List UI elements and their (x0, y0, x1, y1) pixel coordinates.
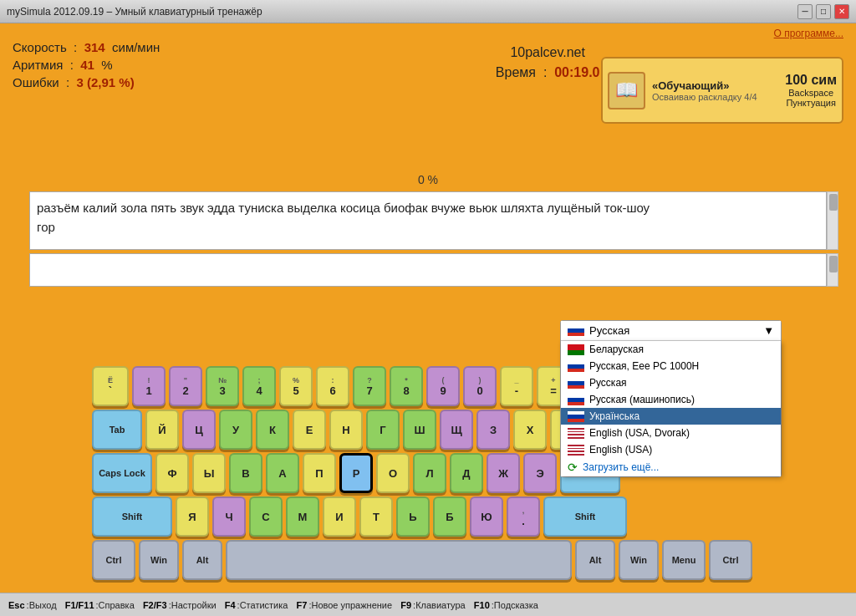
flag-by (568, 344, 584, 355)
errors-label: Ошибки (13, 75, 59, 89)
key-0[interactable]: )0 (463, 366, 497, 406)
key-o[interactable]: О (376, 453, 410, 493)
key-6[interactable]: :6 (316, 366, 349, 406)
lang-option-en[interactable]: English (USA) (561, 441, 781, 458)
key-win-right[interactable]: Win (619, 540, 659, 580)
key-l[interactable]: Л (413, 453, 446, 493)
key-ye[interactable]: Е (293, 410, 326, 450)
key-ya[interactable]: Я (176, 496, 209, 537)
main-area: О программе... Скорость : 314 сим/мин Ар… (0, 23, 856, 616)
key-9[interactable]: (9 (426, 366, 460, 406)
key-yo[interactable]: Ё` (92, 366, 129, 406)
input-area[interactable] (29, 253, 827, 287)
load-more-option[interactable]: ⟳ Загрузить ещё... (561, 458, 781, 476)
key-ts[interactable]: Ц (182, 410, 216, 450)
key-h[interactable]: Х (513, 410, 547, 450)
key-g[interactable]: Г (366, 410, 400, 450)
key-s[interactable]: С (249, 496, 283, 537)
key-shch[interactable]: Щ (440, 410, 473, 450)
key-r-active[interactable]: Р (339, 453, 373, 493)
key-n[interactable]: Н (329, 410, 363, 450)
lang-uk-label: Українська (589, 410, 639, 422)
status-key-f7: F7 (297, 600, 308, 610)
key-m[interactable]: М (286, 496, 319, 537)
lang-select-box[interactable]: Русская ▼ Беларуская Русская, Eee PC 100… (560, 320, 782, 477)
flag-en-dvorak (568, 428, 584, 439)
close-button[interactable]: ✕ (834, 4, 849, 19)
key-caps[interactable]: Caps Lock (92, 453, 152, 493)
lang-option-ru[interactable]: Русская (561, 374, 781, 391)
maximize-button[interactable]: □ (816, 4, 831, 19)
key-b[interactable]: Б (433, 496, 466, 537)
key-ch[interactable]: Ч (212, 496, 246, 537)
lang-option-by[interactable]: Беларуская (561, 341, 781, 358)
key-2[interactable]: "2 (169, 366, 202, 406)
key-shift-left[interactable]: Shift (92, 496, 172, 537)
key-v[interactable]: В (229, 453, 262, 493)
minimize-button[interactable]: ─ (797, 4, 813, 19)
key-t[interactable]: Т (359, 496, 393, 537)
key-3[interactable]: №3 (206, 366, 239, 406)
key-i[interactable]: И (323, 496, 356, 537)
status-desc-f4: :Статистика (237, 600, 288, 610)
key-7[interactable]: ?7 (353, 366, 386, 406)
input-scrollbar[interactable] (827, 253, 838, 287)
key-space[interactable] (226, 540, 572, 580)
key-a[interactable]: А (266, 453, 299, 493)
lang-option-ru-eee[interactable]: Русская, Eee PC 1000H (561, 358, 781, 374)
flag-ru-mash (568, 395, 584, 405)
arrhythmia-value: 41 (80, 58, 94, 72)
input-scrollbar-thumb[interactable] (829, 256, 838, 272)
key-win-left[interactable]: Win (139, 540, 179, 580)
key-dot[interactable]: ,. (507, 496, 540, 537)
input-area-container (21, 253, 835, 287)
selected-lang-label: Русская (589, 324, 629, 337)
speed-unit: сим/мин (112, 40, 160, 54)
arrhythmia-stat: Аритмия : 41 % (13, 58, 160, 72)
key-z[interactable]: З (476, 410, 510, 450)
key-d[interactable]: Д (450, 453, 483, 493)
status-desc-f7: :Новое упражнение (308, 600, 392, 610)
key-4[interactable]: ;4 (242, 366, 276, 406)
typing-input[interactable] (30, 254, 826, 286)
key-zh[interactable]: Ж (487, 453, 520, 493)
key-e[interactable]: Э (523, 453, 557, 493)
key-ctrl-right[interactable]: Ctrl (709, 540, 752, 580)
about-link[interactable]: О программе... (774, 28, 843, 39)
language-dropdown[interactable]: Русская ▼ Беларуская Русская, Eee PC 100… (560, 320, 782, 477)
key-minus[interactable]: _- (500, 366, 533, 406)
key-sh[interactable]: Ш (403, 410, 436, 450)
key-k[interactable]: К (256, 410, 289, 450)
key-menu[interactable]: Menu (662, 540, 706, 580)
key-5[interactable]: %5 (279, 366, 313, 406)
statusbar: Esc:Выход F1/F11:Справка F2/F3:Настройки… (0, 593, 856, 616)
key-u[interactable]: У (219, 410, 252, 450)
key-ctrl-left[interactable]: Ctrl (92, 540, 135, 580)
lang-option-ru-mash[interactable]: Русская (машинопись) (561, 391, 781, 408)
key-j[interactable]: Й (145, 410, 179, 450)
key-soft[interactable]: Ь (396, 496, 430, 537)
text-scrollbar[interactable] (827, 191, 838, 250)
key-y[interactable]: Ы (192, 453, 226, 493)
speed-stat: Скорость : 314 сим/мин (13, 40, 160, 54)
key-tab[interactable]: Tab (92, 410, 142, 450)
key-yu[interactable]: Ю (470, 496, 503, 537)
time-label: Время (496, 65, 536, 79)
key-1[interactable]: !1 (132, 366, 166, 406)
lang-selected[interactable]: Русская ▼ (561, 321, 781, 341)
training-sub: Осваиваю раскладку 4/4 (652, 92, 778, 102)
key-8[interactable]: *8 (390, 366, 423, 406)
keyboard-row-z: Shift Я Ч С М И Т Ь Б Ю ,. Shift (92, 496, 752, 537)
key-shift-right[interactable]: Shift (543, 496, 627, 537)
key-p[interactable]: П (303, 453, 336, 493)
text-display: разъём калий зола пять звук эдда туниска… (29, 191, 827, 250)
lang-option-en-dvorak[interactable]: English (USA, Dvorak) (561, 425, 781, 441)
key-alt-right[interactable]: Alt (575, 540, 615, 580)
status-desc-f2: :Настройки (169, 600, 217, 610)
key-f[interactable]: Ф (155, 453, 189, 493)
arrhythmia-unit: % (101, 58, 112, 72)
key-alt-left[interactable]: Alt (182, 540, 222, 580)
lang-option-uk[interactable]: Українська (561, 408, 781, 425)
errors-value: 3 (2,91 %) (76, 75, 134, 89)
scrollbar-thumb[interactable] (829, 194, 838, 211)
